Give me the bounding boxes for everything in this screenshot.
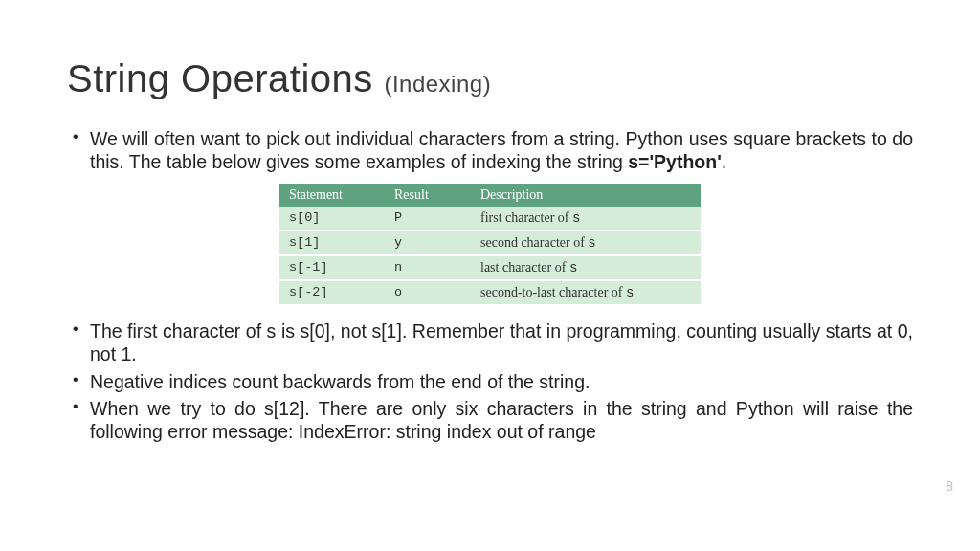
title-subtitle: (Indexing) — [384, 71, 491, 97]
cell-desc: second character of s — [471, 231, 701, 255]
th-statement: Statement — [279, 184, 385, 207]
bullet-intro-post: . — [722, 151, 726, 172]
bullet-first-char: The first character of s is s[0], not s[… — [67, 320, 913, 366]
th-result: Result — [385, 184, 471, 207]
cell-stmt: s[-2] — [279, 280, 385, 305]
th-description: Description — [471, 184, 701, 207]
bullet-intro-code: s='Python' — [628, 151, 722, 172]
table-row: s[-1] n last character of s — [279, 255, 701, 280]
table-row: s[0] P first character of s — [279, 207, 701, 231]
page-number: 8 — [946, 478, 953, 494]
slide-title: String Operations (Indexing) — [67, 57, 913, 100]
cell-desc: last character of s — [471, 255, 701, 280]
cell-desc: second-to-last character of s — [471, 280, 701, 305]
cell-result: o — [385, 280, 471, 305]
bullet-error: When we try to do s[12]. There are only … — [67, 397, 913, 444]
cell-result: n — [385, 255, 471, 280]
cell-stmt: s[0] — [279, 207, 385, 231]
cell-stmt: s[1] — [279, 231, 385, 255]
cell-stmt: s[-1] — [279, 255, 385, 280]
bullet-intro-text: We will often want to pick out individua… — [90, 128, 913, 172]
indexing-table: Statement Result Description s[0] P firs… — [279, 184, 701, 306]
bullet-negative: Negative indices count backwards from th… — [67, 370, 913, 393]
table-header-row: Statement Result Description — [279, 184, 701, 207]
table-row: s[-2] o second-to-last character of s — [279, 280, 701, 305]
title-main: String Operations — [67, 57, 373, 99]
cell-result: P — [385, 207, 471, 231]
table-row: s[1] y second character of s — [279, 231, 701, 255]
cell-desc: first character of s — [471, 207, 701, 231]
cell-result: y — [385, 231, 471, 255]
bullet-intro: We will often want to pick out individua… — [67, 127, 913, 174]
